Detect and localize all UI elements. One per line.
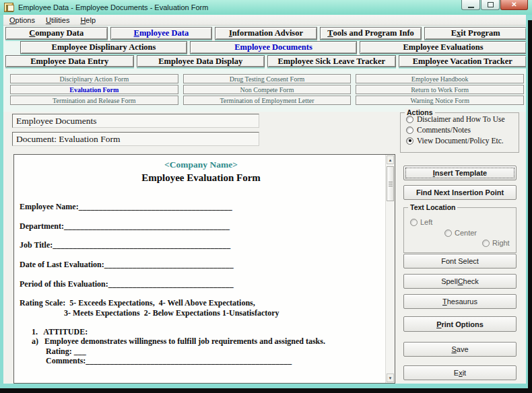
tab-employee-documents[interactable]: Employee Documents <box>190 41 357 54</box>
scroll-down-button[interactable]: ▼ <box>387 373 394 382</box>
data-nav-row: Employee Data Entry Employee Data Displa… <box>5 55 527 67</box>
doc-btn-termination-and-release-form[interactable]: Termination and Release Form <box>10 96 178 105</box>
doc-line: Department:_____________________________… <box>20 221 383 231</box>
tab-information-advisor[interactable]: Information Advisor <box>215 27 317 40</box>
doc-line <box>20 250 383 260</box>
minimize-icon <box>468 7 474 8</box>
doc-line: 3- Meets Expectations 2- Below Expectati… <box>20 308 383 318</box>
thesaurus-button[interactable]: Thesaurus <box>403 294 517 309</box>
doc-company-name: <Company Name> <box>20 159 383 171</box>
tab-employee-data[interactable]: Employee Data <box>110 27 213 40</box>
insert-template-button[interactable]: Insert Template <box>403 166 517 180</box>
doc-btn-disciplinary-action-form[interactable]: Disciplinary Action Form <box>10 74 178 83</box>
tab-employee-evaluations[interactable]: Employee Evaluations <box>360 41 527 54</box>
doc-line: a) Employee demonstrates willingness to … <box>20 336 383 346</box>
radio-selected-icon <box>406 137 413 145</box>
menu-bar: Options Utilities Help <box>0 15 532 26</box>
window-frame-bottom <box>0 384 532 388</box>
radio-icon <box>406 127 413 134</box>
doc-line: Rating Scale: 5- Exceeds Expectations, 4… <box>20 298 383 308</box>
exit-button[interactable]: Exit <box>403 365 517 380</box>
radio-text-center[interactable]: Center <box>444 229 477 237</box>
desktop-background-right <box>528 20 532 393</box>
font-select-button[interactable]: Font Select <box>403 254 517 269</box>
doc-line: Employee Name:__________________________… <box>20 202 383 211</box>
scrollbar-grip-icon <box>389 182 393 186</box>
tab-exit-program[interactable]: Exit Program <box>424 27 527 40</box>
tab-employee-data-display[interactable]: Employee Data Display <box>137 55 265 67</box>
window-frame-left <box>0 15 3 388</box>
radio-icon <box>406 116 413 123</box>
maximize-icon <box>488 2 494 7</box>
menu-utilities[interactable]: Utilities <box>40 15 75 25</box>
radio-icon <box>482 240 490 247</box>
radio-icon <box>444 229 452 237</box>
vertical-scrollbar[interactable]: ▲ ▼ <box>385 155 395 383</box>
tab-employee-vacation-tracker[interactable]: Employee Vacation Tracker <box>399 55 527 67</box>
scroll-down-icon: ▼ <box>389 376 393 380</box>
app-window: Employee Data - Employee Documents - Eva… <box>0 0 532 388</box>
document-field[interactable]: Document: Evaluation Form <box>12 132 259 146</box>
doc-btn-evaluation-form[interactable]: Evaluation Form <box>10 85 178 94</box>
tab-employee-data-entry[interactable]: Employee Data Entry <box>5 55 134 67</box>
document-selector-grid: Disciplinary Action Form Drug Testing Co… <box>10 74 524 105</box>
scroll-up-button[interactable]: ▲ <box>387 155 394 164</box>
tab-employee-disciplinary-actions[interactable]: Employee Displinary Actions <box>20 41 187 54</box>
text-location-groupbox: Text Location Left Center Right <box>403 207 517 253</box>
tab-employee-sick-leave-tracker[interactable]: Employee Sick Leave Tracker <box>267 55 396 67</box>
window-title: Employee Data - Employee Documents - Eva… <box>18 3 208 11</box>
scrollbar-thumb[interactable] <box>387 166 394 201</box>
doc-btn-termination-of-employment-letter[interactable]: Termination of Employment Letter <box>183 96 352 105</box>
radio-text-left[interactable]: Left <box>410 218 432 226</box>
menu-help[interactable]: Help <box>75 15 101 25</box>
doc-line: Period of this Evaluation:______________… <box>20 279 383 289</box>
doc-line <box>20 318 383 327</box>
doc-btn-warning-notice-form[interactable]: Warning Notice Form <box>356 96 524 105</box>
doc-line: ________________________________________… <box>20 376 383 383</box>
scroll-up-icon: ▲ <box>389 158 393 162</box>
doc-line <box>20 269 383 279</box>
doc-line <box>20 289 383 298</box>
save-button[interactable]: Save <box>403 342 517 357</box>
doc-line: 1. ATTITUDE: <box>20 327 383 336</box>
main-nav-row: Company Data Employee Data Information A… <box>5 27 527 40</box>
doc-btn-drug-testing-consent-form[interactable]: Drug Testing Consent Form <box>183 74 352 83</box>
find-next-insertion-point-button[interactable]: Find Next Insertion Point <box>403 185 517 200</box>
actions-groupbox: Actions Disclaimer and How To Use Commen… <box>400 112 519 153</box>
maximize-button[interactable] <box>481 0 500 10</box>
title-bar: Employee Data - Employee Documents - Eva… <box>0 0 532 15</box>
close-button[interactable]: ✕ <box>500 0 528 10</box>
spell-check-button[interactable]: Spell Check <box>403 274 517 289</box>
desktop-background-bottom <box>0 388 532 393</box>
employee-nav-row: Employee Displinary Actions Employee Doc… <box>20 41 527 54</box>
category-field[interactable]: Employee Documents <box>12 114 259 128</box>
radio-text-right[interactable]: Right <box>482 239 510 247</box>
print-options-button[interactable]: Print Options <box>403 316 517 332</box>
doc-btn-employee-handbook[interactable]: Employee Handbook <box>356 74 524 83</box>
tab-tools-program-info[interactable]: Tools and Program Info <box>320 27 422 40</box>
doc-title: Employee Evaluation Form <box>20 171 383 184</box>
app-icon <box>4 3 13 12</box>
menu-options[interactable]: Options <box>4 15 40 25</box>
document-content: <Company Name> Employee Evaluation Form … <box>14 155 385 383</box>
doc-line <box>20 212 383 221</box>
document-viewer[interactable]: <Company Name> Employee Evaluation Form … <box>13 154 395 384</box>
doc-btn-non-compete-form[interactable]: Non Compete Form <box>183 85 352 94</box>
doc-btn-return-to-work-form[interactable]: Return to Work Form <box>356 85 524 94</box>
tab-company-data[interactable]: Company Data <box>5 27 108 40</box>
text-location-label: Text Location <box>408 203 457 211</box>
minimize-button[interactable] <box>461 0 480 10</box>
doc-line <box>20 231 383 240</box>
radio-comments-notes[interactable]: Comments/Notes <box>406 125 519 135</box>
doc-line: Job Title:______________________________… <box>20 240 383 250</box>
radio-view-document-policy[interactable]: View Document/Policy Etc. <box>406 136 519 145</box>
doc-line: Date of Last Evaluation:________________… <box>20 260 383 269</box>
doc-line: Comments:_______________________________… <box>20 356 383 365</box>
radio-icon <box>410 219 418 226</box>
doc-line: Rating: ___ <box>20 347 383 356</box>
doc-line <box>20 365 383 375</box>
doc-line <box>20 192 383 202</box>
close-icon: ✕ <box>511 1 517 8</box>
